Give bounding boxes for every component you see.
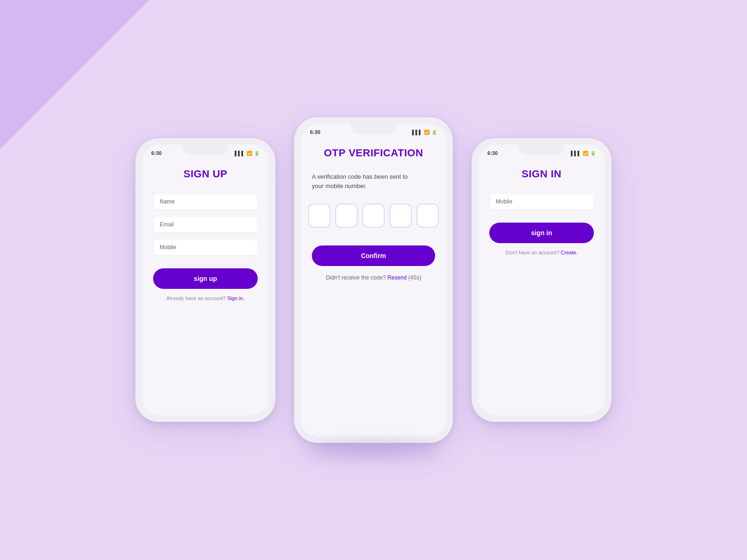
wifi-icon-signin: 📶 (583, 151, 588, 156)
signal-icon-signin: ▌▌▌ (571, 151, 581, 156)
signin-title: SIGN IN (489, 168, 594, 180)
wifi-icon-otp: 📶 (424, 130, 430, 135)
wifi-icon: 📶 (247, 151, 252, 156)
otp-box-1[interactable] (308, 203, 331, 228)
signin-phone: 6:30 ▌▌▌ 📶 🔋 SIGN IN Mobile sign in Don'… (472, 138, 612, 422)
status-icons-signup: ▌▌▌ 📶 🔋 (235, 151, 260, 156)
mobile-input-group-signin: Mobile (489, 193, 594, 210)
signup-title: SIGN UP (153, 168, 258, 180)
phone-notch-signin (518, 145, 565, 155)
email-label: Email (153, 217, 178, 232)
otp-title: OTP VERIFICATION (312, 147, 435, 159)
otp-box-2[interactable] (335, 203, 358, 228)
otp-box-4[interactable] (389, 203, 412, 228)
mobile-label-signin: Mobile (489, 194, 517, 210)
signup-button[interactable]: sign up (153, 268, 258, 289)
signal-icon-otp: ▌▌▌ (412, 130, 422, 135)
status-time-signup: 6:30 (151, 150, 162, 156)
status-icons-otp: ▌▌▌ 📶 🔋 (412, 130, 437, 135)
signal-icon: ▌▌▌ (235, 151, 245, 156)
signup-content: SIGN UP Name Email Mobile sign up Alread… (142, 159, 269, 310)
confirm-button[interactable]: Confirm (312, 245, 435, 266)
otp-screen: 6:30 ▌▌▌ 📶 🔋 OTP VERIFICATION A verifica… (301, 124, 446, 436)
otp-phone: 6:30 ▌▌▌ 📶 🔋 OTP VERIFICATION A verifica… (294, 117, 453, 443)
signin-footer: Don't have an account? Create. (489, 250, 594, 255)
name-input-group: Name (153, 193, 258, 210)
otp-subtitle-line1: A verification code has been sent to (312, 173, 408, 180)
phone-notch (182, 145, 229, 155)
status-time-signin: 6:30 (487, 150, 498, 156)
email-input[interactable] (178, 216, 266, 232)
resend-link[interactable]: Resend (388, 274, 407, 281)
name-input[interactable] (179, 193, 267, 210)
status-icons-signin: ▌▌▌ 📶 🔋 (571, 151, 596, 156)
resend-prefix: Didn't receive the code? (326, 274, 386, 281)
otp-subtitle-line2: your mobile number. (312, 182, 367, 189)
mobile-label-signup: Mobile (153, 239, 181, 255)
signup-phone: 6:30 ▌▌▌ 📶 🔋 SIGN UP Name Email (135, 138, 275, 422)
background-decoration (0, 0, 149, 149)
otp-subtitle: A verification code has been sent to you… (312, 172, 435, 190)
otp-content: OTP VERIFICATION A verification code has… (301, 138, 446, 290)
mobile-input-signin[interactable] (517, 193, 605, 210)
signin-button[interactable]: sign in (489, 223, 594, 243)
signin-footer-text: Don't have an account? (506, 250, 559, 255)
resend-container: Didn't receive the code? Resend (45s) (312, 274, 435, 281)
resend-suffix: (45s) (409, 274, 421, 281)
signup-footer: Already have an account? Sign in. (153, 295, 258, 301)
battery-icon-otp: 🔋 (431, 130, 437, 135)
battery-icon-signin: 🔋 (590, 151, 596, 156)
signin-content: SIGN IN Mobile sign in Don't have an acc… (478, 159, 605, 265)
mobile-input-group-signup: Mobile (153, 239, 258, 255)
otp-boxes-container (312, 203, 435, 228)
signin-screen: 6:30 ▌▌▌ 📶 🔋 SIGN IN Mobile sign in Don'… (478, 145, 605, 415)
signup-footer-text: Already have an account? (167, 295, 226, 301)
signup-screen: 6:30 ▌▌▌ 📶 🔋 SIGN UP Name Email (142, 145, 269, 415)
otp-box-3[interactable] (362, 203, 385, 228)
status-time-otp: 6:30 (310, 129, 320, 135)
otp-box-5[interactable] (416, 203, 439, 228)
signin-link[interactable]: Sign in. (227, 295, 245, 301)
email-input-group: Email (153, 216, 258, 232)
battery-icon: 🔋 (254, 151, 260, 156)
phone-notch-otp (350, 124, 397, 134)
phones-container: 6:30 ▌▌▌ 📶 🔋 SIGN UP Name Email (135, 117, 612, 443)
name-label: Name (153, 194, 179, 210)
mobile-input-signup[interactable] (181, 239, 268, 255)
create-link[interactable]: Create. (561, 250, 578, 255)
